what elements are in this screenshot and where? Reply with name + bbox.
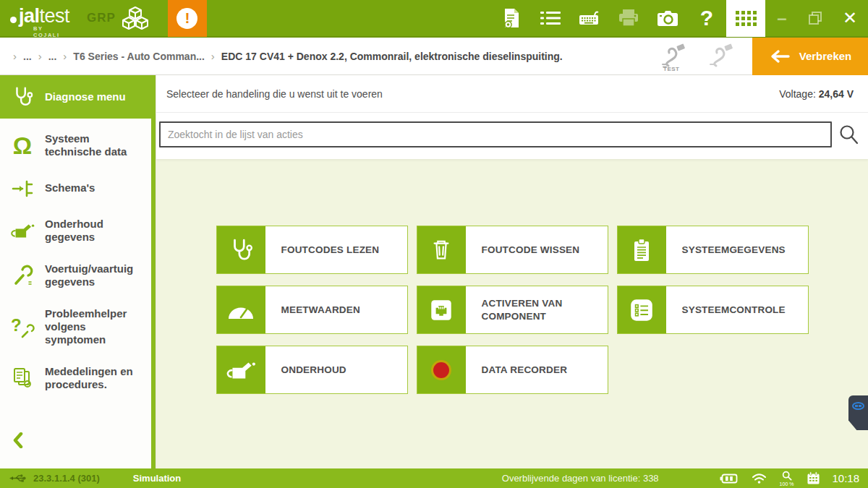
sidebar-item-label: Onderhoud gegevens bbox=[45, 218, 145, 244]
top-bar: jaltest BY COJALI GRP ! bbox=[0, 0, 868, 38]
sidebar-item-onderhoud-gegevens[interactable]: Onderhoud gegevens bbox=[0, 208, 151, 253]
jaltest-logo[interactable]: jaltest BY COJALI bbox=[10, 0, 69, 37]
exclamation-icon: ! bbox=[176, 8, 197, 29]
report-button[interactable] bbox=[492, 0, 531, 37]
zoom-level-label: 100 % bbox=[780, 481, 794, 487]
license-days-label: Overblijvende dagen van licentie: 338 bbox=[502, 473, 659, 484]
action-systeemcontrole[interactable]: SYSTEEMCONTROLE bbox=[617, 286, 809, 334]
action-data-recorder[interactable]: DATA RECORDER bbox=[417, 346, 608, 394]
search-input[interactable] bbox=[159, 121, 832, 147]
voltage-value: 24,64 V bbox=[819, 88, 854, 100]
simulation-mode-label: Simulation bbox=[133, 473, 181, 484]
modules-cubes-button[interactable] bbox=[116, 0, 155, 37]
calendar-icon bbox=[807, 471, 820, 485]
action-meetwaarden[interactable]: MEETWAARDEN bbox=[216, 286, 408, 334]
chevron-sep-icon: › bbox=[13, 50, 17, 62]
battery-icon bbox=[720, 473, 739, 484]
action-label: FOUTCODE WISSEN bbox=[466, 226, 586, 273]
apps-grid-icon bbox=[736, 11, 757, 26]
help-button[interactable]: ? bbox=[687, 0, 726, 37]
status-bar: 23.3.1.1.4 (301) Simulation Overblijvend… bbox=[0, 468, 868, 488]
breadcrumb-item[interactable]: ... bbox=[48, 51, 57, 62]
disconnect-label: Verbreken bbox=[799, 50, 852, 62]
stethoscope-icon bbox=[9, 85, 35, 108]
logo-light: test bbox=[40, 5, 70, 27]
teamviewer-icon bbox=[852, 402, 864, 410]
action-foutcodes-lezen[interactable]: FOUTCODES LEZEN bbox=[216, 226, 408, 274]
sidebar-item-label: Systeem technische data bbox=[45, 132, 145, 158]
magnifier-icon bbox=[782, 471, 792, 481]
search-icon[interactable] bbox=[838, 124, 859, 145]
action-systeemgegevens[interactable]: SYSTEEMGEGEVENS bbox=[617, 226, 809, 274]
action-label: MEETWAARDEN bbox=[265, 286, 366, 333]
logo-bold: jal bbox=[19, 5, 40, 27]
sidebar-item-label: Mededelingen en procedures. bbox=[45, 365, 145, 391]
test-connector-label: TEST bbox=[663, 66, 679, 72]
action-label: ONDERHOUD bbox=[265, 346, 352, 393]
logo-byline: BY COJALI bbox=[33, 25, 69, 38]
record-icon bbox=[417, 346, 466, 393]
trash-icon bbox=[417, 226, 466, 273]
oil-can-icon bbox=[9, 222, 35, 239]
sidebar-item-schemas[interactable]: Schema's bbox=[0, 168, 151, 208]
calendar-button[interactable] bbox=[807, 471, 820, 485]
chevron-sep-icon: › bbox=[211, 50, 215, 62]
question-mark-icon: ? bbox=[700, 6, 713, 30]
sidebar-item-label: Probleemhelper volgens symptomen bbox=[45, 307, 145, 346]
grp-label[interactable]: GRP bbox=[87, 11, 116, 25]
sidebar-item-systeem-technische-data[interactable]: Ω Systeem technische data bbox=[0, 123, 151, 168]
action-activeren-van-component[interactable]: ACTIVEREN VAN COMPONENT bbox=[417, 286, 608, 334]
chevron-sep-icon: › bbox=[38, 50, 42, 62]
clock-label: 10:18 bbox=[832, 472, 859, 484]
action-onderhoud[interactable]: ONDERHOUD bbox=[216, 346, 408, 394]
oil-can-icon bbox=[217, 346, 265, 393]
checklist-icon bbox=[618, 286, 666, 333]
print-button[interactable] bbox=[609, 0, 648, 37]
disconnect-button[interactable]: Verbreken bbox=[752, 38, 868, 75]
minimize-icon: – bbox=[777, 8, 786, 28]
action-foutcode-wissen[interactable]: FOUTCODE WISSEN bbox=[417, 226, 608, 274]
sidebar: Diagnose menu Ω Systeem technische data … bbox=[0, 75, 156, 468]
sidebar-collapse-button[interactable] bbox=[13, 432, 23, 451]
report-icon bbox=[502, 7, 522, 29]
jaltest-link-icon[interactable] bbox=[705, 40, 742, 72]
close-icon: ✕ bbox=[843, 8, 857, 28]
list-button[interactable] bbox=[531, 0, 570, 37]
wifi-indicator[interactable] bbox=[752, 473, 767, 484]
keyboard-button[interactable] bbox=[570, 0, 609, 37]
minimize-button[interactable]: – bbox=[765, 0, 799, 37]
version-label: 23.3.1.1.4 (301) bbox=[33, 473, 100, 484]
voltage-readout: Voltage: 24,64 V bbox=[779, 88, 854, 100]
sidebar-item-probleemhelper[interactable]: ? Probleemhelper volgens symptomen bbox=[0, 298, 151, 356]
connector-icon bbox=[417, 286, 466, 333]
alert-button[interactable]: ! bbox=[168, 0, 207, 37]
close-button[interactable]: ✕ bbox=[832, 0, 868, 37]
action-label: SYSTEEMCONTROLE bbox=[666, 286, 791, 333]
connection-status-icons: TEST bbox=[657, 40, 742, 72]
sidebar-item-diagnose-menu[interactable]: Diagnose menu bbox=[0, 75, 151, 119]
keyboard-icon bbox=[579, 9, 600, 27]
zoom-control[interactable]: 100 % bbox=[780, 471, 794, 487]
breadcrumb-item[interactable]: ... bbox=[23, 51, 32, 62]
schematic-icon bbox=[9, 177, 35, 199]
question-wrench-icon: ? bbox=[9, 315, 35, 338]
action-prompt: Selecteer de handeling die u wenst uit t… bbox=[166, 88, 383, 100]
printer-icon bbox=[618, 9, 639, 27]
restore-button[interactable] bbox=[799, 0, 832, 37]
list-icon bbox=[540, 10, 561, 26]
gauge-icon bbox=[217, 286, 265, 333]
sidebar-item-label: Voertuig/vaartuig gegevens bbox=[45, 262, 145, 288]
clipboard-icon bbox=[618, 226, 666, 273]
jaltest-link-test-icon[interactable]: TEST bbox=[657, 40, 694, 72]
screenshot-button[interactable] bbox=[648, 0, 687, 37]
wrench-icon bbox=[9, 265, 35, 286]
chevron-left-icon bbox=[13, 432, 23, 448]
apps-grid-button[interactable] bbox=[726, 0, 765, 37]
back-arrow-icon bbox=[769, 48, 791, 64]
camera-icon bbox=[657, 9, 678, 27]
sidebar-item-mededelingen[interactable]: Mededelingen en procedures. bbox=[0, 356, 151, 401]
battery-indicator[interactable] bbox=[720, 473, 739, 484]
breadcrumb-item-system-group[interactable]: T6 Series - Auto Comman... bbox=[73, 51, 205, 62]
stethoscope-icon bbox=[217, 226, 265, 273]
sidebar-item-voertuig-gegevens[interactable]: Voertuig/vaartuig gegevens bbox=[0, 253, 151, 298]
